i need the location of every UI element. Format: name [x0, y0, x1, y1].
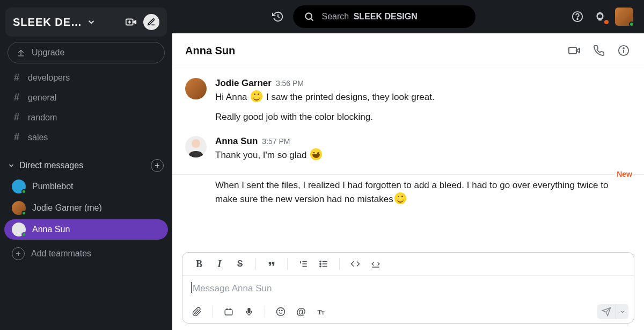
- messages-list: Jodie Garner3:56 PMHi Anna I saw the pri…: [172, 68, 644, 252]
- search-input[interactable]: Search SLEEK DESIGN: [293, 5, 475, 28]
- avatar: [12, 180, 26, 193]
- plus-icon: [12, 247, 25, 260]
- svg-point-20: [623, 48, 624, 49]
- attachment-button[interactable]: [188, 304, 206, 320]
- svg-rect-31: [225, 310, 232, 315]
- channel-item-general[interactable]: #general: [3, 88, 169, 107]
- channel-label: random: [28, 113, 57, 123]
- ordered-list-button[interactable]: [294, 256, 312, 272]
- quote-button[interactable]: [262, 256, 281, 272]
- presence-indicator: [629, 21, 634, 27]
- avatar: [185, 136, 207, 157]
- svg-point-12: [577, 19, 578, 20]
- sidebar: SLEEK DE… Upgrade #developers#general#ra…: [0, 0, 172, 330]
- bold-button[interactable]: B: [190, 256, 208, 272]
- send-options-button[interactable]: [616, 304, 628, 319]
- grin-emoji-icon: [310, 148, 322, 160]
- upgrade-label: Upgrade: [32, 48, 64, 58]
- mention-button[interactable]: @: [292, 304, 310, 320]
- notifications-icon[interactable]: [592, 9, 608, 24]
- workspace-name: SLEEK DE…: [13, 16, 82, 28]
- svg-point-27: [320, 261, 321, 262]
- message-text: Thank you, I'm so glad: [215, 148, 631, 162]
- new-video-icon[interactable]: [124, 15, 138, 29]
- upgrade-button[interactable]: Upgrade: [8, 42, 165, 63]
- message: Jodie Garner3:56 PMHi Anna I saw the pri…: [172, 75, 644, 133]
- dm-section-header[interactable]: Direct messages: [0, 154, 172, 175]
- presence-indicator: [21, 189, 26, 194]
- upload-icon: [17, 48, 25, 57]
- chevron-down-icon: [86, 17, 96, 27]
- channel-item-random[interactable]: #random: [3, 107, 169, 127]
- svg-line-10: [311, 19, 313, 21]
- svg-point-33: [277, 308, 285, 316]
- message-time: 3:56 PM: [276, 79, 304, 88]
- dm-item-jodie-garner-me-[interactable]: Jodie Garner (me): [4, 198, 168, 218]
- smile-emoji-icon: [251, 90, 262, 102]
- avatar: [12, 223, 26, 236]
- formatting-button[interactable]: TT: [312, 304, 331, 320]
- info-icon[interactable]: [616, 43, 631, 58]
- channel-label: sales: [28, 133, 48, 142]
- message: Anna Sun3:57 PMThank you, I'm so glad: [172, 133, 644, 171]
- hug-emoji-icon: [394, 192, 406, 204]
- message-author: Jodie Garner: [215, 78, 272, 89]
- conversation-header: Anna Sun: [172, 33, 644, 68]
- compose-button[interactable]: [143, 14, 159, 30]
- dm-item-pumblebot[interactable]: Pumblebot: [4, 176, 168, 197]
- dm-item-anna-sun[interactable]: Anna Sun: [4, 219, 168, 240]
- hash-icon: #: [13, 92, 20, 103]
- bullet-list-button[interactable]: [314, 256, 333, 272]
- compose-input[interactable]: Message Anna Sun: [182, 276, 634, 300]
- new-label: New: [614, 170, 634, 178]
- italic-button[interactable]: I: [210, 256, 229, 272]
- presence-indicator: [21, 232, 26, 237]
- channels-section: #developers#general#random#sales: [0, 68, 172, 147]
- phone-call-icon[interactable]: [591, 43, 606, 58]
- new-messages-divider: New: [172, 175, 644, 175]
- add-dm-button[interactable]: [151, 159, 164, 172]
- send-button[interactable]: [597, 304, 616, 319]
- message-time: 3:57 PM: [262, 137, 290, 146]
- avatar: [185, 78, 207, 99]
- topbar: Search SLEEK DESIGN: [172, 0, 644, 33]
- channel-item-sales[interactable]: #sales: [3, 127, 169, 147]
- message-text: Hi Anna I saw the printed designs, they …: [215, 90, 631, 104]
- dm-label: Anna Sun: [32, 225, 70, 234]
- code-button[interactable]: [346, 256, 364, 272]
- hash-icon: #: [13, 132, 20, 143]
- add-teammates-button[interactable]: Add teammates: [4, 243, 168, 264]
- workspace-switcher[interactable]: SLEEK DE…: [5, 8, 167, 37]
- dm-list: PumblebotJodie Garner (me)Anna Sun: [0, 175, 172, 241]
- main-panel: Search SLEEK DESIGN Anna Sun: [172, 0, 644, 330]
- message-author: Anna Sun: [215, 136, 258, 147]
- search-placeholder: Search SLEEK DESIGN: [322, 12, 418, 21]
- conversation-title: Anna Sun: [185, 45, 557, 57]
- code-block-button[interactable]: [367, 256, 385, 272]
- strikethrough-button[interactable]: S: [231, 256, 249, 272]
- format-toolbar: B I S: [182, 253, 634, 276]
- user-avatar[interactable]: [615, 8, 633, 26]
- record-audio-button[interactable]: [240, 304, 258, 320]
- emoji-button[interactable]: [272, 304, 290, 320]
- hash-icon: #: [13, 112, 20, 123]
- add-teammates-label: Add teammates: [31, 249, 91, 259]
- message-continuation: When I sent the files, I realized I had …: [172, 178, 644, 212]
- svg-point-34: [279, 310, 280, 311]
- svg-point-35: [282, 310, 283, 311]
- channel-label: developers: [28, 73, 70, 83]
- channel-item-developers[interactable]: #developers: [3, 68, 169, 88]
- record-video-button[interactable]: [219, 304, 238, 320]
- svg-point-29: [320, 266, 321, 267]
- video-call-icon[interactable]: [567, 43, 582, 58]
- hash-icon: #: [13, 72, 20, 83]
- message-composer: B I S: [182, 252, 634, 324]
- channel-label: general: [28, 93, 56, 103]
- dm-section-title: Direct messages: [19, 161, 151, 170]
- help-icon[interactable]: [570, 9, 585, 24]
- history-icon[interactable]: [270, 9, 286, 24]
- svg-point-28: [320, 263, 321, 264]
- message-text: Really good job with the color blocking.: [215, 110, 631, 124]
- search-icon: [304, 11, 314, 22]
- dm-label: Pumblebot: [32, 182, 74, 191]
